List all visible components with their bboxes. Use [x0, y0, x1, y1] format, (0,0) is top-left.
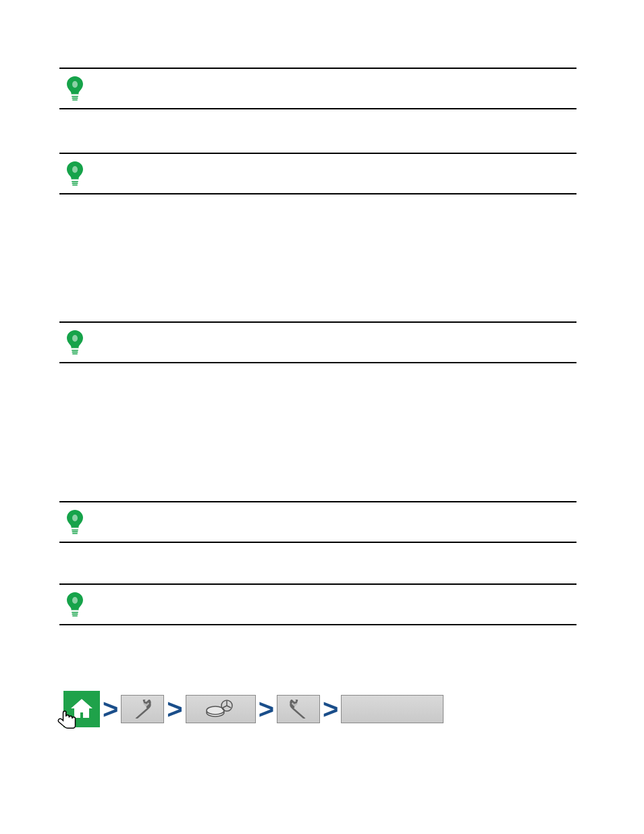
spacer: [59, 363, 576, 501]
svg-rect-2: [72, 98, 78, 99]
lightbulb-icon: [66, 330, 84, 355]
svg-point-8: [72, 335, 78, 342]
hand-pointer-icon: [50, 708, 81, 735]
tool-button[interactable]: [277, 695, 320, 723]
tip-row: [59, 321, 576, 363]
svg-rect-11: [72, 353, 78, 355]
lightbulb-icon: [66, 161, 84, 186]
tip-row: [59, 153, 576, 194]
module-button[interactable]: [186, 695, 256, 723]
svg-rect-3: [72, 99, 78, 101]
lightbulb-icon: [66, 510, 84, 534]
lightbulb-icon: [66, 76, 84, 101]
svg-rect-17: [72, 612, 78, 613]
svg-rect-5: [72, 181, 78, 182]
svg-rect-13: [72, 529, 78, 531]
chevron-right-icon: >: [103, 696, 118, 723]
home-button[interactable]: [63, 691, 100, 727]
svg-point-12: [72, 515, 78, 521]
svg-rect-19: [72, 615, 78, 617]
svg-rect-14: [72, 531, 78, 533]
spacer: [59, 194, 576, 321]
chevron-right-icon: >: [259, 696, 274, 723]
setup-button[interactable]: [121, 695, 164, 723]
svg-point-16: [72, 597, 78, 604]
disc-icon: [204, 699, 238, 719]
lightbulb-icon: [66, 592, 84, 617]
chevron-right-icon: >: [323, 696, 338, 723]
svg-rect-6: [72, 183, 78, 184]
svg-point-0: [72, 81, 78, 88]
svg-rect-10: [72, 352, 78, 353]
wrench-icon: [131, 700, 154, 719]
wrench-icon: [287, 700, 310, 719]
tip-row: [59, 501, 576, 543]
spacer: [59, 543, 576, 583]
tip-row: [59, 583, 576, 625]
svg-rect-7: [72, 184, 78, 186]
breadcrumb-nav: > > > >: [63, 690, 444, 728]
svg-point-4: [72, 166, 78, 173]
chevron-right-icon: >: [167, 696, 182, 723]
svg-rect-15: [72, 533, 78, 534]
svg-rect-18: [72, 614, 78, 615]
spacer: [59, 109, 576, 153]
svg-rect-1: [72, 96, 78, 97]
tip-row: [59, 68, 576, 109]
tips-list: [59, 68, 576, 625]
svg-rect-9: [72, 350, 78, 351]
final-step-button[interactable]: [341, 695, 444, 723]
